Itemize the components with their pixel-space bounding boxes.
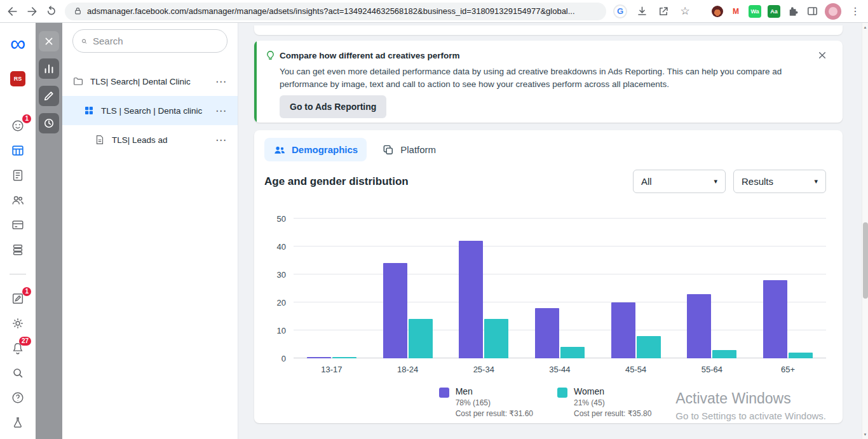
bar-group-45-54: 45-54 [611,219,661,358]
y-axis-label: 40 [264,242,286,252]
address-bar[interactable]: adsmanager.facebook.com/adsmanager/manag… [65,3,606,20]
x-axis-label: 18-24 [383,365,433,374]
tab-demographics[interactable]: Demographics [264,138,367,161]
whatsapp-extension-icon[interactable]: Wa [749,5,761,18]
tree-item-label: TLS| Leads ad [112,135,168,145]
chevron-down-icon: ▾ [814,177,818,186]
bar-women-55-64[interactable] [712,350,736,358]
breakdown-select[interactable]: All ▾ [633,170,726,193]
x-axis-label: 55-64 [687,365,736,374]
document-icon[interactable] [10,168,25,183]
y-axis-label: 50 [264,214,286,224]
billing-card-icon[interactable] [10,217,25,233]
banner-title: Compare how different ad creatives perfo… [280,51,460,60]
bar-group-18-24: 18-24 [383,219,433,358]
tools-flask-icon[interactable] [10,415,25,430]
bar-group-65+: 65+ [763,219,813,358]
bar-women-13-17[interactable] [332,357,356,358]
overflow-menu-icon[interactable]: ⋯ [215,76,226,87]
reload-icon[interactable] [42,3,60,20]
bar-men-13-17[interactable] [307,357,331,358]
tree-item-campaign[interactable]: TLS| Search| Dental Clinic ⋯ [62,67,238,96]
tree-item-adset-selected[interactable]: TLS | Search | Denta clinic ⋯ [62,96,238,125]
banner-close-icon[interactable] [816,49,829,62]
tree-search[interactable] [72,29,227,53]
bookmark-star-icon[interactable]: ☆ [676,3,694,20]
bar-men-18-24[interactable] [383,263,407,358]
extensions-puzzle-icon[interactable] [787,5,799,18]
y-axis-label: 0 [264,354,286,363]
scrollbar-thumb[interactable] [863,222,868,299]
overflow-menu-icon[interactable]: ⋯ [215,135,226,145]
download-icon[interactable] [633,3,651,20]
bar-group-55-64: 55-64 [687,219,736,358]
browser-toolbar: adsmanager.facebook.com/adsmanager/manag… [0,0,868,23]
bar-men-45-54[interactable] [611,302,635,358]
legend-item-women: Women 21% (45) Cost per result: ₹35.80 [557,386,651,418]
bar-women-45-54[interactable] [637,336,661,358]
profile-avatar[interactable] [825,3,841,20]
bar-women-18-24[interactable] [409,319,433,358]
bar-women-35-44[interactable] [560,347,585,358]
bar-men-25-34[interactable] [459,241,483,358]
forward-icon[interactable] [23,3,41,20]
banner-accent-bar [254,41,257,123]
bar-women-25-34[interactable] [484,319,508,358]
translate-extension-icon[interactable]: Aa [768,5,780,18]
tree-item-label: TLS | Search | Denta clinic [101,106,202,116]
go-to-ads-reporting-button[interactable]: Go to Ads Reporting [280,95,386,118]
overflow-menu-icon[interactable]: ⋯ [215,105,226,116]
layers-icon [382,144,395,156]
audiences-people-icon[interactable] [10,192,25,208]
x-axis-label: 25-34 [459,365,508,374]
scroll-down-icon[interactable]: ▼ [862,433,868,436]
nav-rail: ∞ RS 1 1 [0,23,36,439]
browser-menu-icon[interactable]: ⋮ [848,5,863,17]
gmail-extension-icon[interactable]: M [729,5,742,18]
legend-cost: Cost per result: ₹35.80 [574,409,651,418]
meta-logo[interactable]: ∞ [10,34,25,52]
post-edit-icon[interactable]: 1 [10,291,25,306]
tab-platform[interactable]: Platform [373,138,445,161]
url-text[interactable]: adsmanager.facebook.com/adsmanager/manag… [87,6,575,16]
catalog-stack-icon[interactable] [10,242,25,257]
search-icon[interactable] [10,365,25,381]
pencil-icon[interactable] [39,86,59,106]
share-icon[interactable] [654,3,672,20]
bar-group-35-44: 35-44 [535,219,585,358]
bar-women-65+[interactable] [789,353,813,358]
chevron-down-icon: ▾ [714,177,717,186]
bar-men-55-64[interactable] [687,294,711,358]
tab-label: Demographics [292,144,358,155]
clock-icon[interactable] [39,113,59,133]
tree-item-ad[interactable]: TLS| Leads ad ⋯ [62,125,238,154]
side-panel-icon[interactable] [806,5,818,18]
bar-men-65+[interactable] [763,280,787,358]
grid-icon [83,105,95,116]
bar-chart-icon[interactable] [39,58,59,79]
search-input[interactable] [93,36,219,46]
help-icon[interactable] [10,390,25,405]
fire-extension-icon[interactable] [712,6,723,17]
pages-badge: 1 [22,114,31,123]
notifications-bell-icon[interactable]: 27 [10,341,25,356]
legend-name: Women [574,386,651,396]
lightbulb-icon [264,50,276,64]
lock-icon [74,7,82,15]
metric-select[interactable]: Results ▾ [733,170,826,193]
legend-share: 78% (165) [456,398,533,407]
close-icon[interactable] [39,31,59,51]
pages-smiley-icon[interactable]: 1 [10,118,25,133]
bar-group-25-34: 25-34 [459,219,508,358]
bar-men-35-44[interactable] [535,308,559,358]
y-axis-label: 20 [264,298,286,307]
back-icon[interactable] [4,3,22,20]
folder-icon [72,76,84,87]
google-lens-icon[interactable]: G [611,3,629,20]
business-logo[interactable]: RS [10,71,25,86]
page-scrollbar[interactable]: ▲ ▼ [862,23,868,439]
ads-manager-table-icon[interactable] [10,143,25,158]
scroll-up-icon[interactable]: ▲ [862,25,868,29]
y-axis-label: 30 [264,270,286,280]
settings-gear-icon[interactable] [10,316,25,331]
